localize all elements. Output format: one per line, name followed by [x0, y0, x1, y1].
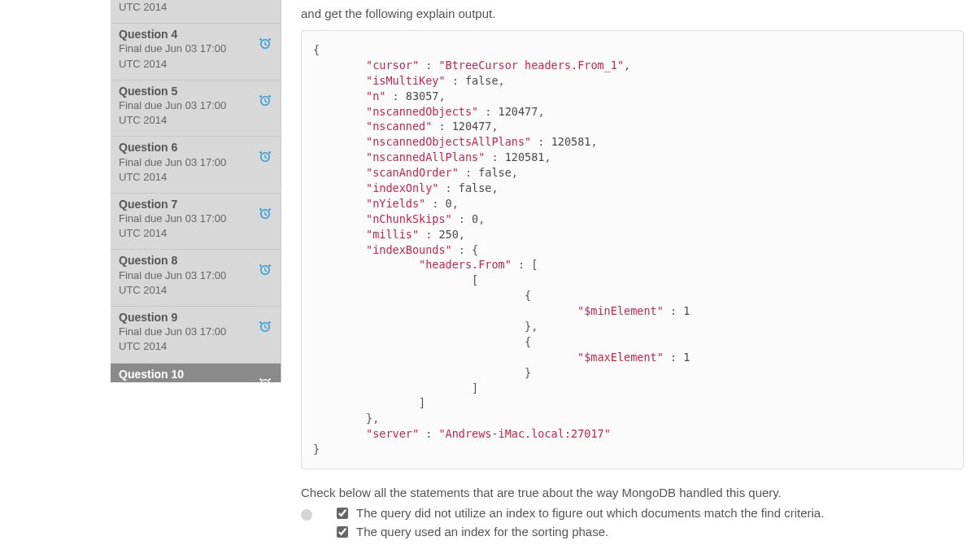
question-title: Question 10 [119, 367, 272, 381]
explain-output-block: { "cursor" : "BtreeCursor headers.From_1… [301, 30, 964, 469]
question-due: Final due Jun 03 17:00 UTC 2014 [119, 268, 233, 298]
answer-option-label: The query used an index for the sorting … [356, 525, 608, 538]
answer-checkbox[interactable] [337, 508, 348, 519]
question-title: Question 5 [119, 84, 272, 98]
sidebar-item-question[interactable]: Question 9Final due Jun 03 17:00 UTC 201… [111, 307, 281, 364]
alarm-clock-icon [258, 263, 272, 277]
alarm-clock-icon [258, 207, 272, 221]
alarm-clock-icon [258, 94, 272, 108]
question-due: Final due Jun 03 17:00 UTC 2014 [119, 325, 233, 354]
sidebar-item-question[interactable]: Question 8Final due Jun 03 17:00 UTC 201… [111, 250, 281, 307]
question-due: Final due Jun 03 17:00 UTC 2014 [119, 211, 233, 241]
sidebar-item-question[interactable]: Question 5Final due Jun 03 17:00 UTC 201… [111, 81, 281, 137]
answer-option[interactable]: The query used an index for the sorting … [337, 525, 964, 538]
answer-checkbox[interactable] [337, 526, 348, 538]
alarm-clock-icon [258, 320, 272, 334]
question-due: Final due Jun 03 17:00 UTC 2014 [119, 381, 233, 382]
sidebar-item-question[interactable]: Question 4Final due Jun 03 17:00 UTC 201… [111, 24, 281, 81]
alarm-clock-icon [258, 377, 272, 382]
sidebar-item-question[interactable]: Question 6Final due Jun 03 17:00 UTC 201… [111, 137, 281, 194]
alarm-clock-icon [258, 37, 272, 51]
question-title: Question 4 [119, 27, 272, 41]
sidebar-item-question[interactable]: UTC 2014 [111, 0, 281, 24]
question-due: UTC 2014 [119, 0, 233, 15]
question-sidebar: UTC 2014Question 4Final due Jun 03 17:00… [111, 0, 281, 382]
question-title: Question 7 [119, 197, 272, 211]
answer-options: The query did not utilize an index to fi… [301, 506, 964, 543]
main-content: and get the following explain output. { … [301, 0, 980, 543]
answer-option-label: The query did not utilize an index to fi… [356, 506, 824, 520]
question-title: Question 8 [119, 253, 272, 268]
question-due: Final due Jun 03 17:00 UTC 2014 [119, 98, 233, 128]
question-prompt: Check below all the statements that are … [301, 486, 964, 499]
question-title: Question 9 [119, 310, 272, 325]
answer-checklist: The query did not utilize an index to fi… [337, 506, 964, 543]
question-title: Question 6 [119, 140, 272, 155]
answer-status-dot [301, 509, 312, 521]
question-due: Final due Jun 03 17:00 UTC 2014 [119, 155, 233, 185]
answer-option[interactable]: The query did not utilize an index to fi… [337, 506, 964, 520]
alarm-clock-icon [258, 150, 272, 164]
intro-text: and get the following explain output. [301, 7, 964, 20]
question-due: Final due Jun 03 17:00 UTC 2014 [119, 41, 233, 71]
sidebar-item-question[interactable]: Question 7Final due Jun 03 17:00 UTC 201… [111, 194, 281, 251]
sidebar-item-question[interactable]: Question 10Final due Jun 03 17:00 UTC 20… [111, 364, 281, 382]
